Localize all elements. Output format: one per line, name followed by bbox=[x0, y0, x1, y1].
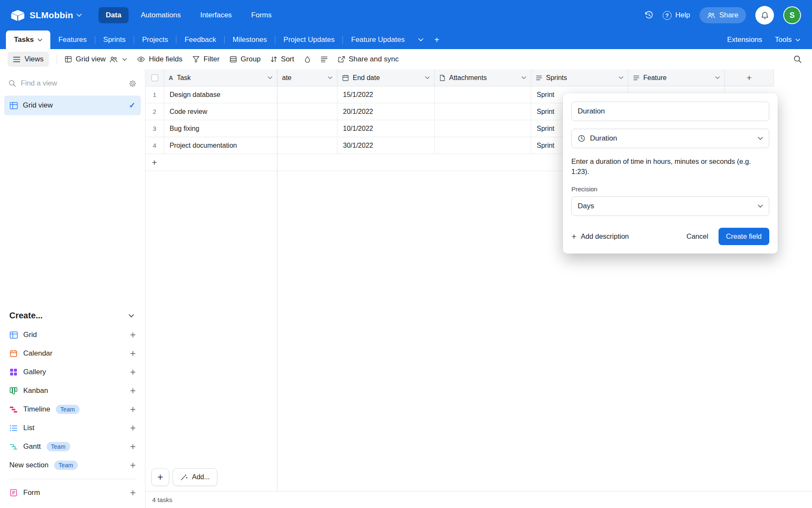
tab-overflow-chevron-icon[interactable] bbox=[413, 30, 429, 49]
create-new-section[interactable]: New section Team + bbox=[9, 456, 136, 475]
hide-fields-button[interactable]: Hide fields bbox=[137, 55, 182, 64]
column-menu-chevron-icon[interactable] bbox=[521, 76, 526, 79]
tab-projects[interactable]: Projects bbox=[134, 30, 176, 49]
tools-button[interactable]: Tools bbox=[775, 36, 800, 44]
extensions-button[interactable]: Extensions bbox=[727, 36, 762, 44]
cell-task[interactable]: Bug fixing bbox=[164, 120, 277, 137]
create-view-list[interactable]: List + bbox=[9, 419, 136, 437]
chevron-down-icon[interactable] bbox=[122, 58, 127, 61]
sidebar-view-grid-view[interactable]: Grid view ✓ bbox=[4, 96, 141, 115]
group-button[interactable]: Group bbox=[230, 55, 261, 64]
view-settings-gear-icon[interactable] bbox=[129, 80, 137, 88]
cell-end-date[interactable]: 10/1/2022 bbox=[337, 120, 435, 137]
base-chevron-down-icon[interactable] bbox=[77, 14, 82, 17]
cell-attachments[interactable] bbox=[435, 137, 531, 154]
column-header-sprints[interactable]: Sprints bbox=[531, 69, 628, 86]
add-icon[interactable]: + bbox=[130, 442, 136, 452]
cell-end-date[interactable]: 30/1/2022 bbox=[337, 137, 435, 154]
select-all-header[interactable] bbox=[145, 69, 164, 86]
create-section-header[interactable]: Create... bbox=[9, 307, 136, 326]
current-view-button[interactable]: Grid view bbox=[65, 55, 127, 64]
row-number[interactable]: 3 bbox=[145, 120, 164, 137]
base-name[interactable]: SLMobbin bbox=[30, 10, 73, 20]
row-number[interactable]: 2 bbox=[145, 103, 164, 120]
add-icon[interactable]: + bbox=[130, 386, 136, 396]
column-header-feature[interactable]: Feature bbox=[628, 69, 725, 86]
column-header-attachments[interactable]: Attachments bbox=[435, 69, 531, 86]
field-type-select[interactable]: Duration bbox=[571, 129, 769, 148]
column-header-task[interactable]: A Task bbox=[164, 69, 277, 86]
column-header-end-date[interactable]: End date bbox=[337, 69, 435, 86]
create-field-button[interactable]: Create field bbox=[719, 228, 769, 245]
help-button[interactable]: ? Help bbox=[663, 11, 690, 20]
views-button[interactable]: Views bbox=[8, 52, 49, 67]
select-all-checkbox[interactable] bbox=[151, 75, 158, 81]
add-table-button[interactable]: + bbox=[429, 30, 445, 49]
cell-start-date[interactable] bbox=[277, 103, 337, 120]
user-avatar[interactable]: S bbox=[783, 6, 801, 24]
history-icon[interactable] bbox=[645, 11, 653, 19]
cell-start-date[interactable] bbox=[277, 86, 337, 103]
column-menu-chevron-icon[interactable] bbox=[619, 76, 623, 79]
create-view-calendar[interactable]: Calendar + bbox=[9, 344, 136, 363]
cell-task[interactable]: Project documentation bbox=[164, 137, 277, 154]
cell-start-date[interactable] bbox=[277, 120, 337, 137]
filter-button[interactable]: Filter bbox=[192, 55, 219, 64]
nav-item-interfaces[interactable]: Interfaces bbox=[193, 7, 239, 23]
add-icon[interactable]: + bbox=[130, 405, 136, 414]
row-height-button[interactable] bbox=[321, 56, 328, 62]
tab-project-updates[interactable]: Project Updates bbox=[275, 30, 343, 49]
cell-attachments[interactable] bbox=[435, 120, 531, 137]
column-menu-chevron-icon[interactable] bbox=[715, 76, 720, 79]
cell-start-date[interactable] bbox=[277, 137, 337, 154]
add-field-button[interactable]: + bbox=[725, 69, 774, 86]
create-view-form[interactable]: Form + bbox=[9, 483, 136, 502]
cell-attachments[interactable] bbox=[435, 86, 531, 103]
cell-end-date[interactable]: 15/1/2022 bbox=[337, 86, 435, 103]
add-icon[interactable]: + bbox=[130, 488, 136, 498]
nav-item-data[interactable]: Data bbox=[99, 7, 129, 23]
cell-task[interactable]: Code review bbox=[164, 103, 277, 120]
add-icon[interactable]: + bbox=[130, 330, 136, 340]
add-record-button[interactable]: + bbox=[151, 468, 169, 486]
share-button[interactable]: Share bbox=[700, 7, 746, 23]
tab-feature-updates[interactable]: Feature Updates bbox=[343, 30, 413, 49]
add-icon[interactable]: + bbox=[130, 349, 136, 359]
tab-tasks[interactable]: Tasks bbox=[6, 30, 50, 49]
share-and-sync-button[interactable]: Share and sync bbox=[338, 55, 399, 64]
column-menu-chevron-icon[interactable] bbox=[425, 76, 430, 79]
add-with-ai-button[interactable]: Add... bbox=[173, 468, 217, 486]
create-view-timeline[interactable]: Timeline Team + bbox=[9, 400, 136, 419]
tab-features[interactable]: Features bbox=[50, 30, 95, 49]
column-menu-chevron-icon[interactable] bbox=[328, 76, 332, 79]
cell-task[interactable]: Design database bbox=[164, 86, 277, 103]
add-icon[interactable]: + bbox=[130, 367, 136, 377]
create-view-gantt[interactable]: Gantt Team + bbox=[9, 437, 136, 456]
tab-sprints[interactable]: Sprints bbox=[95, 30, 134, 49]
cancel-button[interactable]: Cancel bbox=[680, 228, 715, 245]
create-view-kanban[interactable]: Kanban + bbox=[9, 381, 136, 400]
create-view-grid[interactable]: Grid + bbox=[9, 326, 136, 344]
row-number[interactable]: 1 bbox=[145, 86, 164, 103]
add-icon[interactable]: + bbox=[130, 461, 136, 470]
column-header-start-date-truncated[interactable]: ate bbox=[277, 69, 337, 86]
precision-select[interactable]: Days bbox=[571, 196, 769, 216]
tab-milestones[interactable]: Milestones bbox=[225, 30, 275, 49]
cell-end-date[interactable]: 20/1/2022 bbox=[337, 103, 435, 120]
color-button[interactable] bbox=[304, 56, 310, 63]
search-icon[interactable] bbox=[793, 55, 804, 64]
app-logo-icon[interactable] bbox=[11, 10, 25, 21]
tab-feedback[interactable]: Feedback bbox=[176, 30, 224, 49]
field-name-input[interactable] bbox=[571, 102, 769, 121]
add-description-button[interactable]: + Add description bbox=[571, 232, 629, 241]
chevron-down-icon[interactable] bbox=[38, 39, 42, 41]
create-view-gallery[interactable]: Gallery + bbox=[9, 363, 136, 381]
sort-button[interactable]: Sort bbox=[271, 55, 294, 64]
cell-attachments[interactable] bbox=[435, 103, 531, 120]
column-menu-chevron-icon[interactable] bbox=[268, 76, 272, 79]
nav-item-forms[interactable]: Forms bbox=[244, 7, 279, 23]
find-view-input[interactable] bbox=[21, 79, 124, 88]
nav-item-automations[interactable]: Automations bbox=[134, 7, 188, 23]
notifications-button[interactable] bbox=[755, 6, 774, 25]
row-number[interactable]: 4 bbox=[145, 137, 164, 154]
